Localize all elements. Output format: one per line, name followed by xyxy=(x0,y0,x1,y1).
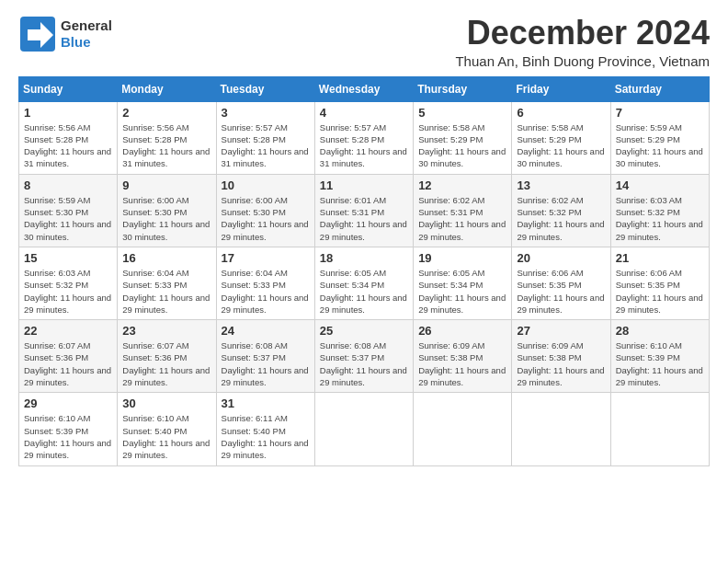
day-info: Sunrise: 6:07 AM Sunset: 5:36 PM Dayligh… xyxy=(122,339,210,388)
day-cell-15: 15 Sunrise: 6:03 AM Sunset: 5:32 PM Dayl… xyxy=(19,247,118,319)
weekday-header-monday: Monday xyxy=(118,76,216,101)
empty-cell xyxy=(610,393,709,465)
week-row-3: 15 Sunrise: 6:03 AM Sunset: 5:32 PM Dayl… xyxy=(19,247,710,319)
day-number: 6 xyxy=(517,106,605,120)
day-cell-8: 8 Sunrise: 5:59 AM Sunset: 5:30 PM Dayli… xyxy=(19,174,118,247)
day-cell-19: 19 Sunrise: 6:05 AM Sunset: 5:34 PM Dayl… xyxy=(414,247,512,319)
empty-cell xyxy=(314,393,413,465)
day-cell-9: 9 Sunrise: 6:00 AM Sunset: 5:30 PM Dayli… xyxy=(118,174,216,247)
logo-general: General xyxy=(61,17,112,33)
weekday-header-saturday: Saturday xyxy=(610,76,709,101)
day-info: Sunrise: 5:57 AM Sunset: 5:28 PM Dayligh… xyxy=(222,121,310,170)
day-info: Sunrise: 5:57 AM Sunset: 5:28 PM Dayligh… xyxy=(320,121,408,170)
logo-text: General Blue xyxy=(61,17,112,51)
day-number: 10 xyxy=(222,178,310,192)
day-cell-29: 29 Sunrise: 6:10 AM Sunset: 5:39 PM Dayl… xyxy=(19,393,118,465)
day-number: 28 xyxy=(616,324,704,338)
day-cell-1: 1 Sunrise: 5:56 AM Sunset: 5:28 PM Dayli… xyxy=(19,101,118,174)
day-cell-31: 31 Sunrise: 6:11 AM Sunset: 5:40 PM Dayl… xyxy=(216,393,314,465)
day-number: 2 xyxy=(122,106,210,120)
day-cell-13: 13 Sunrise: 6:02 AM Sunset: 5:32 PM Dayl… xyxy=(512,174,610,247)
day-info: Sunrise: 6:00 AM Sunset: 5:30 PM Dayligh… xyxy=(222,194,310,243)
day-number: 23 xyxy=(122,324,210,338)
day-number: 27 xyxy=(517,324,605,338)
day-cell-21: 21 Sunrise: 6:06 AM Sunset: 5:35 PM Dayl… xyxy=(610,247,709,319)
day-number: 18 xyxy=(320,251,408,265)
day-number: 1 xyxy=(24,106,112,120)
day-number: 8 xyxy=(24,178,112,192)
day-number: 11 xyxy=(320,178,408,192)
day-info: Sunrise: 6:04 AM Sunset: 5:33 PM Dayligh… xyxy=(122,267,210,316)
day-cell-30: 30 Sunrise: 6:10 AM Sunset: 5:40 PM Dayl… xyxy=(118,393,216,465)
day-info: Sunrise: 5:59 AM Sunset: 5:30 PM Dayligh… xyxy=(24,194,112,243)
day-number: 15 xyxy=(24,251,112,265)
day-cell-4: 4 Sunrise: 5:57 AM Sunset: 5:28 PM Dayli… xyxy=(314,101,413,174)
day-info: Sunrise: 5:56 AM Sunset: 5:28 PM Dayligh… xyxy=(24,121,112,170)
title-area: December 2024 Thuan An, Binh Duong Provi… xyxy=(455,15,710,69)
day-info: Sunrise: 6:10 AM Sunset: 5:39 PM Dayligh… xyxy=(616,339,704,388)
day-cell-18: 18 Sunrise: 6:05 AM Sunset: 5:34 PM Dayl… xyxy=(314,247,413,319)
day-number: 24 xyxy=(222,324,310,338)
day-cell-12: 12 Sunrise: 6:02 AM Sunset: 5:31 PM Dayl… xyxy=(414,174,512,247)
day-info: Sunrise: 6:04 AM Sunset: 5:33 PM Dayligh… xyxy=(222,267,310,316)
weekday-header-wednesday: Wednesday xyxy=(314,76,413,101)
location-title: Thuan An, Binh Duong Province, Vietnam xyxy=(455,53,710,69)
day-info: Sunrise: 6:05 AM Sunset: 5:34 PM Dayligh… xyxy=(320,267,408,316)
day-number: 4 xyxy=(320,106,408,120)
day-info: Sunrise: 5:58 AM Sunset: 5:29 PM Dayligh… xyxy=(418,121,506,170)
logo-icon xyxy=(18,15,57,53)
day-info: Sunrise: 6:03 AM Sunset: 5:32 PM Dayligh… xyxy=(616,194,704,243)
day-cell-22: 22 Sunrise: 6:07 AM Sunset: 5:36 PM Dayl… xyxy=(19,320,118,393)
weekday-header-sunday: Sunday xyxy=(19,76,118,101)
day-info: Sunrise: 6:08 AM Sunset: 5:37 PM Dayligh… xyxy=(222,339,310,388)
weekday-header-row: SundayMondayTuesdayWednesdayThursdayFrid… xyxy=(19,76,710,101)
week-row-5: 29 Sunrise: 6:10 AM Sunset: 5:39 PM Dayl… xyxy=(19,393,710,465)
day-info: Sunrise: 6:10 AM Sunset: 5:40 PM Dayligh… xyxy=(122,412,210,461)
day-number: 21 xyxy=(616,251,704,265)
day-number: 13 xyxy=(517,178,605,192)
day-number: 12 xyxy=(418,178,506,192)
day-info: Sunrise: 6:07 AM Sunset: 5:36 PM Dayligh… xyxy=(24,339,112,388)
day-info: Sunrise: 6:02 AM Sunset: 5:31 PM Dayligh… xyxy=(418,194,506,243)
day-info: Sunrise: 6:06 AM Sunset: 5:35 PM Dayligh… xyxy=(517,267,605,316)
day-cell-20: 20 Sunrise: 6:06 AM Sunset: 5:35 PM Dayl… xyxy=(512,247,610,319)
day-info: Sunrise: 6:02 AM Sunset: 5:32 PM Dayligh… xyxy=(517,194,605,243)
day-number: 31 xyxy=(222,396,310,410)
day-number: 16 xyxy=(122,251,210,265)
day-info: Sunrise: 6:11 AM Sunset: 5:40 PM Dayligh… xyxy=(222,412,310,461)
day-number: 17 xyxy=(222,251,310,265)
day-cell-3: 3 Sunrise: 5:57 AM Sunset: 5:28 PM Dayli… xyxy=(216,101,314,174)
day-number: 19 xyxy=(418,251,506,265)
weekday-header-tuesday: Tuesday xyxy=(216,76,314,101)
day-number: 5 xyxy=(418,106,506,120)
day-cell-11: 11 Sunrise: 6:01 AM Sunset: 5:31 PM Dayl… xyxy=(314,174,413,247)
day-number: 30 xyxy=(122,396,210,410)
day-number: 14 xyxy=(616,178,704,192)
month-title: December 2024 xyxy=(455,15,710,52)
day-cell-5: 5 Sunrise: 5:58 AM Sunset: 5:29 PM Dayli… xyxy=(414,101,512,174)
week-row-1: 1 Sunrise: 5:56 AM Sunset: 5:28 PM Dayli… xyxy=(19,101,710,174)
weekday-header-thursday: Thursday xyxy=(414,76,512,101)
day-cell-2: 2 Sunrise: 5:56 AM Sunset: 5:28 PM Dayli… xyxy=(118,101,216,174)
day-number: 26 xyxy=(418,324,506,338)
day-info: Sunrise: 5:59 AM Sunset: 5:29 PM Dayligh… xyxy=(616,121,704,170)
day-number: 25 xyxy=(320,324,408,338)
day-number: 20 xyxy=(517,251,605,265)
day-info: Sunrise: 5:58 AM Sunset: 5:29 PM Dayligh… xyxy=(517,121,605,170)
week-row-4: 22 Sunrise: 6:07 AM Sunset: 5:36 PM Dayl… xyxy=(19,320,710,393)
day-cell-6: 6 Sunrise: 5:58 AM Sunset: 5:29 PM Dayli… xyxy=(512,101,610,174)
day-info: Sunrise: 6:05 AM Sunset: 5:34 PM Dayligh… xyxy=(418,267,506,316)
logo-blue: Blue xyxy=(61,34,91,50)
day-cell-17: 17 Sunrise: 6:04 AM Sunset: 5:33 PM Dayl… xyxy=(216,247,314,319)
day-cell-16: 16 Sunrise: 6:04 AM Sunset: 5:33 PM Dayl… xyxy=(118,247,216,319)
day-info: Sunrise: 6:03 AM Sunset: 5:32 PM Dayligh… xyxy=(24,267,112,316)
day-number: 22 xyxy=(24,324,112,338)
day-cell-23: 23 Sunrise: 6:07 AM Sunset: 5:36 PM Dayl… xyxy=(118,320,216,393)
day-number: 7 xyxy=(616,106,704,120)
day-info: Sunrise: 6:00 AM Sunset: 5:30 PM Dayligh… xyxy=(122,194,210,243)
day-info: Sunrise: 6:08 AM Sunset: 5:37 PM Dayligh… xyxy=(320,339,408,388)
week-row-2: 8 Sunrise: 5:59 AM Sunset: 5:30 PM Dayli… xyxy=(19,174,710,247)
day-cell-26: 26 Sunrise: 6:09 AM Sunset: 5:38 PM Dayl… xyxy=(414,320,512,393)
empty-cell xyxy=(512,393,610,465)
day-cell-28: 28 Sunrise: 6:10 AM Sunset: 5:39 PM Dayl… xyxy=(610,320,709,393)
